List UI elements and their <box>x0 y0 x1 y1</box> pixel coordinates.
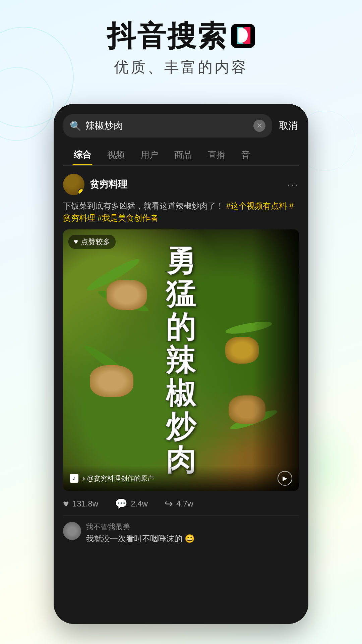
search-tabs: 综合 视频 用户 商品 直播 音 <box>63 144 299 166</box>
play-button[interactable]: ▶ <box>278 471 292 486</box>
subtitle-text: 优质、丰富的内容 <box>0 57 362 77</box>
avatar: ✓ <box>63 174 84 195</box>
comment-stat-icon: 💬 <box>115 498 127 509</box>
header: 抖音搜索 优质、丰富的内容 <box>0 20 362 77</box>
desc-normal: 下饭菜到底有多凶猛，就看这道辣椒炒肉了！ <box>63 201 224 210</box>
tab-音乐[interactable]: 音 <box>240 144 251 165</box>
video-big-text: 勇猛的辣椒炒肉 <box>166 244 196 477</box>
result-description: 下饭菜到底有多凶猛，就看这道辣椒炒肉了！ #这个视频有点料 #贫穷料理 #我是美… <box>63 200 299 224</box>
more-options-button[interactable]: ··· <box>287 178 299 191</box>
comment-text: 我就没一次看时不咽唾沫的 😄 <box>86 533 195 544</box>
phone-mockup: 🔍 辣椒炒肉 ✕ 取消 综合 视频 用户 商品 直播 音 <box>54 104 308 624</box>
content-area: ✓ 贫穷料理 ··· 下饭菜到底有多凶猛，就看这道辣椒炒肉了！ #这个视频有点料… <box>54 166 308 552</box>
tab-直播[interactable]: 直播 <box>206 144 227 165</box>
tiktok-sound-icon: ♪ <box>70 474 78 483</box>
main-title-row: 抖音搜索 <box>0 20 362 52</box>
stat-likes: ♥ 131.8w <box>63 498 98 509</box>
verified-badge: ✓ <box>78 189 84 195</box>
tab-商品[interactable]: 商品 <box>173 144 193 165</box>
heart-stat-icon: ♥ <box>63 498 69 509</box>
user-info: ✓ 贫穷料理 <box>63 174 127 195</box>
result-user-row: ✓ 贫穷料理 ··· <box>63 174 299 195</box>
video-bottom-bar: ♪ ♪ @贫穷料理创作的原声 ▶ <box>63 466 299 491</box>
stat-comments: 💬 2.4w <box>115 498 148 509</box>
video-thumbnail[interactable]: ♥ 点赞较多 勇猛的辣椒炒肉 ♪ ♪ @贫穷料理创作的原声 ▶ <box>63 229 299 491</box>
search-icon: 🔍 <box>70 120 81 131</box>
main-title-text: 抖音搜索 <box>107 20 228 52</box>
username-label: 贫穷料理 <box>90 178 127 191</box>
search-area: 🔍 辣椒炒肉 ✕ 取消 综合 视频 用户 商品 直播 音 <box>54 104 308 166</box>
commenter-name: 我不管我最美 <box>86 522 195 532</box>
search-query-text: 辣椒炒肉 <box>85 119 249 132</box>
stats-row: ♥ 131.8w 💬 2.4w ↪ 4.7w <box>63 498 299 516</box>
tab-用户[interactable]: 用户 <box>139 144 160 165</box>
comment-content: 我不管我最美 我就没一次看时不咽唾沫的 😄 <box>86 522 195 544</box>
stat-shares: ↪ 4.7w <box>165 498 193 509</box>
search-bar-row: 🔍 辣椒炒肉 ✕ 取消 <box>63 114 299 138</box>
phone-screen: 🔍 辣椒炒肉 ✕ 取消 综合 视频 用户 商品 直播 音 <box>54 104 308 624</box>
likes-count: 131.8w <box>72 499 98 508</box>
tiktok-logo-icon <box>231 24 255 48</box>
tiktok-logo-inner <box>238 28 248 43</box>
tab-综合[interactable]: 综合 <box>72 144 93 165</box>
cancel-button[interactable]: 取消 <box>278 117 299 135</box>
comment-preview: 我不管我最美 我就没一次看时不咽唾沫的 😄 <box>63 516 299 544</box>
share-stat-icon: ↪ <box>165 498 173 509</box>
clear-search-button[interactable]: ✕ <box>253 120 265 132</box>
comments-count: 2.4w <box>131 499 148 508</box>
sound-text: ♪ @贫穷料理创作的原声 <box>82 474 154 483</box>
sound-info: ♪ ♪ @贫穷料理创作的原声 <box>70 474 154 483</box>
shares-count: 4.7w <box>176 499 193 508</box>
search-input-box[interactable]: 🔍 辣椒炒肉 ✕ <box>63 114 272 138</box>
tab-视频[interactable]: 视频 <box>106 144 126 165</box>
commenter-avatar <box>63 522 81 540</box>
video-overlay-text: 勇猛的辣椒炒肉 <box>63 229 299 491</box>
